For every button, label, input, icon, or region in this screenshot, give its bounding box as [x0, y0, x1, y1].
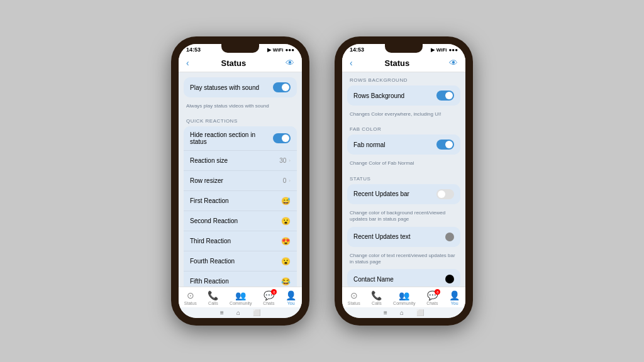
contact-name-row: Contact Name: [347, 269, 460, 287]
reactions-group: Hide reaction section in status Reaction…: [184, 126, 297, 287]
fourth-reaction-row[interactable]: Fourth Reaction 😮: [184, 251, 297, 272]
status-icons-left: ▶ WiFi ●●●: [267, 47, 294, 53]
hide-reaction-label: Hide reaction section in status: [190, 131, 273, 145]
status-icon-left: ⊙: [187, 290, 194, 300]
tab-calls-label-right: Calls: [372, 301, 382, 305]
reaction-size-value: 30: [279, 157, 286, 164]
tab-bar-left: ⊙ Status 📞 Calls 👥 Community 💬 6 Chats 👤…: [179, 287, 302, 307]
row-resizer-label: Row resizer: [190, 177, 283, 184]
content-left: Play statuses with sound Always play sta…: [179, 72, 302, 287]
time-right: 14:53: [350, 47, 364, 53]
reaction-size-label: Reaction size: [190, 157, 279, 164]
tab-you-left[interactable]: 👤 You: [286, 290, 296, 305]
contact-name-label: Contact Name: [353, 276, 445, 283]
tab-bar-right: ⊙ Status 📞 Calls 👥 Community 💬 6 Chats 👤…: [342, 287, 465, 307]
tab-calls-right[interactable]: 📞 Calls: [371, 290, 382, 305]
rows-bg-subtext: Changes Color everywhere, including UI!: [342, 109, 465, 121]
quick-reactions-label: QUICK REACTIONS: [179, 113, 302, 126]
rows-background-toggle[interactable]: [436, 90, 454, 101]
you-icon-left: 👤: [286, 290, 296, 300]
play-sound-group: Play statuses with sound: [184, 77, 297, 97]
calls-icon-left: 📞: [208, 290, 218, 300]
tab-calls-label-left: Calls: [208, 301, 218, 305]
tab-you-right[interactable]: 👤 You: [449, 290, 460, 305]
phone-right: 14:53 ▶ WiFi ●●● ‹ Status 👁 ROWS BACKGRO…: [335, 36, 473, 326]
nav-title-left: Status: [194, 58, 273, 68]
eye-icon-left[interactable]: 👁: [286, 58, 294, 68]
tab-status-right[interactable]: ⊙ Status: [348, 290, 360, 305]
back-button-left[interactable]: ‹: [186, 58, 189, 68]
notch-left: [221, 44, 259, 53]
nav-title-right: Status: [358, 58, 436, 68]
status-group: Recent Updates bar: [347, 184, 460, 204]
tab-calls-left[interactable]: 📞 Calls: [208, 290, 218, 305]
chats-badge-left: 6: [271, 289, 277, 295]
tab-community-label-right: Community: [393, 301, 415, 305]
contact-name-group: Contact Name: [347, 269, 460, 287]
community-icon-left: 👥: [235, 290, 246, 300]
tab-chats-label-left: Chats: [263, 301, 274, 305]
second-reaction-label: Second Reaction: [190, 217, 281, 224]
rows-background-row: Rows Background: [347, 85, 460, 106]
third-reaction-emoji: 😍: [281, 237, 291, 246]
tab-you-label-right: You: [451, 301, 458, 305]
time-left: 14:53: [186, 47, 201, 53]
fifth-reaction-emoji: 😂: [281, 277, 291, 286]
first-reaction-label: First Reaction: [190, 197, 281, 204]
phone-left: 14:53 ▶ WiFi ●●● ‹ Status 👁 Play statuse…: [171, 36, 309, 326]
play-sound-label: Play statuses with sound: [190, 84, 273, 91]
fab-group: Fab normal: [347, 134, 460, 155]
recent-updates-bar-row: Recent Updates bar: [347, 184, 460, 204]
recent-text-group: Recent Updates text: [347, 227, 460, 247]
play-sound-subtext: Always play status videos with sound: [179, 101, 302, 113]
eye-icon-right[interactable]: 👁: [449, 58, 458, 68]
reaction-size-row[interactable]: Reaction size 30 ›: [184, 151, 297, 171]
tab-chats-left[interactable]: 💬 6 Chats: [263, 290, 274, 305]
screen-left: 14:53 ▶ WiFi ●●● ‹ Status 👁 Play statuse…: [179, 44, 302, 318]
contact-name-color-dot[interactable]: [445, 275, 454, 283]
fifth-reaction-label: Fifth Reaction: [190, 278, 281, 285]
tab-community-left[interactable]: 👥 Community: [230, 290, 252, 305]
recent-updates-bar-toggle[interactable]: [436, 189, 454, 199]
second-reaction-row[interactable]: Second Reaction 😮: [184, 211, 297, 231]
fab-normal-toggle[interactable]: [436, 140, 454, 150]
recent-updates-text-label: Recent Updates text: [353, 233, 445, 240]
row-resizer-value: 0: [283, 177, 287, 184]
tab-chats-right[interactable]: 💬 6 Chats: [426, 290, 438, 305]
tab-chats-label-right: Chats: [426, 301, 438, 305]
nav-bar-left: ‹ Status 👁: [179, 54, 302, 72]
status-icon-right: ⊙: [350, 290, 358, 300]
calls-icon-right: 📞: [371, 290, 382, 300]
hide-reaction-toggle[interactable]: [273, 133, 291, 143]
tab-community-label-left: Community: [230, 301, 252, 305]
recent-text-subtext: Change color of text recent/viewed updat…: [342, 251, 465, 270]
hide-reaction-row: Hide reaction section in status: [184, 126, 297, 151]
fab-normal-label: Fab normal: [353, 141, 436, 148]
second-reaction-emoji: 😮: [281, 217, 291, 226]
tab-status-left[interactable]: ⊙ Status: [184, 290, 197, 305]
fab-normal-row: Fab normal: [347, 134, 460, 155]
play-sound-row: Play statuses with sound: [184, 77, 297, 97]
nav-bar-right: ‹ Status 👁: [342, 54, 465, 72]
fifth-reaction-row[interactable]: Fifth Reaction 😂: [184, 272, 297, 287]
you-icon-right: 👤: [449, 290, 460, 300]
back-button-right[interactable]: ‹: [350, 58, 353, 68]
fourth-reaction-label: Fourth Reaction: [190, 258, 281, 265]
chats-badge-right: 6: [435, 289, 440, 295]
home-indicator-left: ≡ ⌂ ⬜: [179, 307, 302, 318]
content-right: ROWS BACKGROUND Rows Background Changes …: [342, 72, 465, 287]
recent-updates-text-row: Recent Updates text: [347, 227, 460, 247]
play-sound-toggle[interactable]: [273, 82, 291, 92]
row-resizer-row[interactable]: Row resizer 0 ›: [184, 171, 297, 191]
first-reaction-row[interactable]: First Reaction 😅: [184, 191, 297, 211]
fourth-reaction-emoji: 😮: [281, 257, 291, 266]
third-reaction-label: Third Reaction: [190, 238, 281, 244]
recent-updates-bar-label: Recent Updates bar: [353, 190, 436, 197]
recent-text-color-dot[interactable]: [445, 233, 454, 241]
community-icon-right: 👥: [399, 290, 409, 300]
third-reaction-row[interactable]: Third Reaction 😍: [184, 231, 297, 251]
tab-you-label-left: You: [287, 301, 295, 305]
status-icons-right: ▶ WiFi ●●●: [431, 47, 458, 53]
status-section-label: STATUS: [342, 171, 465, 184]
tab-community-right[interactable]: 👥 Community: [393, 290, 415, 305]
